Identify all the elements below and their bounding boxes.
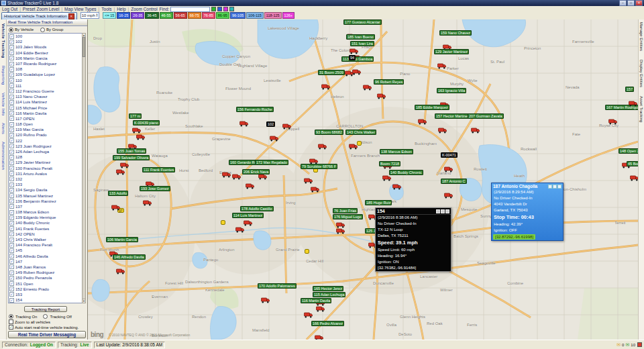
vehicle-checkbox[interactable]: ✓ [9,259,14,264]
vehicle-checkbox[interactable]: ✓ [9,188,14,193]
by-vehicle-radio[interactable] [9,28,13,32]
vehicle-checkbox[interactable]: ✓ [9,56,14,60]
map[interactable]: DropJustinLakewood VillageThe ColonyHack… [88,19,638,340]
popup-title-bar[interactable]: 187 Antonio Chagolla [492,183,563,189]
vehicle-list-item[interactable]: ✓110 [9,78,82,83]
vehicle-list-item[interactable]: ✓146 Alfredo Davila [9,254,82,259]
vehicle-checkbox[interactable]: ✓ [9,248,14,253]
vehicle-list-item[interactable]: ✓118 Open [9,121,82,127]
menu-item-tools[interactable]: Tools [101,7,111,11]
vehicle-checkbox[interactable]: ✓ [9,210,14,215]
vehicle-checkbox[interactable]: ✓ [9,72,14,77]
vehicle-checkbox[interactable]: ✓ [9,232,14,236]
quick-color-green-icon[interactable] [211,7,216,11]
vehicle-checkbox[interactable]: ✓ [9,264,14,269]
vehicle-list-item[interactable]: ✓150 Pedro Penazola [9,275,82,281]
quick-color-teal-icon[interactable] [229,7,234,11]
vehicle-list-item[interactable]: ✓119 Max Garcia [9,127,82,132]
speed-threshold-select[interactable]: 10 mph ▲▼ [80,12,99,19]
zoom-all-checkbox[interactable] [9,319,13,324]
vehicle-list-item[interactable]: ✓129 Javier Martinez [9,160,82,165]
vehicle-checkbox[interactable]: ✓ [9,133,14,138]
vehicle-checkbox[interactable]: ✓ [9,122,14,127]
sidebar-tab-vehicle-tracking[interactable]: Vehicle Tracking [1,23,5,58]
vehicle-checkbox[interactable]: ✓ [9,254,14,258]
vehicle-checkbox[interactable]: ✓ [9,67,14,72]
vehicle-checkbox[interactable]: ✓ [9,150,14,154]
tab-historical-track[interactable]: Historical Vehicle Track Information × [1,12,77,19]
tracking-report-button[interactable]: Tracking Report [24,306,67,312]
vehicle-list-item[interactable]: ✓114 Luis Martinez [9,99,82,105]
vehicle-list-item[interactable]: ✓109 Guadalupe Lopez [9,72,82,77]
close-button[interactable]: × [635,0,643,6]
spinner-arrows-icon[interactable]: ▲▼ [96,13,98,17]
vehicle-checkbox[interactable]: ✓ [9,183,14,187]
vehicle-list-item[interactable]: ✓104 Eddie Benitez [9,50,82,56]
right-strip-link-manage-entities[interactable]: Manage Entities [639,22,643,51]
popup-pin-icon[interactable] [548,185,552,189]
vehicle-list-item[interactable]: ✓130 Francisco Peralt [9,166,82,171]
vehicle-list-item[interactable]: ✓122 [9,138,82,144]
sidebar-tab-administration[interactable]: Administration [1,142,5,170]
vehicle-list-item[interactable]: ✓108 [9,66,82,72]
vehicle-checkbox[interactable]: ✓ [9,100,14,105]
driver-messaging-button[interactable]: Real Time Driver Messaging [8,331,86,338]
vehicle-list-item[interactable]: ✓143 Chris Walker [9,237,82,242]
vehicle-checkbox[interactable]: ✓ [9,221,14,226]
vehicle-list-item[interactable]: ✓116 Martin Davila [9,111,82,116]
quick-color-pink-icon[interactable] [223,7,228,11]
vehicle-list-item[interactable]: ✓144 Francisco Peralt [9,242,82,248]
vehicle-checkbox[interactable]: ✓ [9,40,14,44]
vehicle-list-item[interactable]: ✓102 [9,39,82,44]
vehicle-checkbox[interactable]: ✓ [9,243,14,248]
vehicle-list-scrollbar[interactable]: ▲ ▼ [82,33,86,303]
tracking-on-radio[interactable] [9,314,13,319]
right-strip-link-asset-tracking[interactable]: Asset Tracking [639,96,643,122]
alert-red-icon[interactable] [637,342,642,347]
vehicle-list-item[interactable]: ✓138 Marcus Edson [9,209,82,215]
mail-yellow-icon[interactable]: ✉ [616,342,621,347]
vehicle-checkbox[interactable]: ✓ [9,177,14,181]
vehicle-popup-187[interactable]: 187 Antonio Chagolla (2/9/2016 8:29:54 A… [491,183,564,241]
vehicle-checkbox[interactable]: ✓ [9,138,14,143]
vehicle-list-item[interactable]: ✓100 [9,34,82,39]
menu-item-zoom-control[interactable]: Zoom Control [131,7,157,11]
vehicle-checkbox[interactable]: ✓ [9,298,14,303]
vehicle-checkbox[interactable]: ✓ [9,111,14,115]
vehicle-checkbox[interactable]: ✓ [9,95,14,99]
vehicle-list-item[interactable]: ✓113 Nano Chavez [9,94,82,99]
vehicle-checkbox[interactable]: ✓ [9,83,14,88]
vehicle-list-item[interactable]: ✓106 Martin Garcia [9,56,82,61]
vehicle-list-item[interactable]: ✓140 Buddy Chronic [9,220,82,226]
vehicle-list-item[interactable]: ✓152 Ernesto Prado [9,287,82,292]
vehicle-list-item[interactable]: ✓107 Ricardo Rodriguez [9,61,82,66]
mail-green-icon[interactable]: ✉ [625,342,629,347]
vehicle-checkbox[interactable]: ✓ [9,160,14,165]
popup-pin-icon[interactable] [436,209,440,213]
vehicle-list-item[interactable]: ✓128 [9,154,82,160]
vehicle-checkbox[interactable]: ✓ [9,144,14,148]
popup-close-icon[interactable] [445,209,449,213]
vehicle-checkbox[interactable]: ✓ [9,171,14,176]
vehicle-checkbox[interactable]: ✓ [9,270,14,275]
vehicle-list-item[interactable]: ✓153 [9,292,82,297]
tab-close-icon[interactable]: × [68,13,74,19]
vehicle-list-item[interactable]: ✓145 [9,248,82,253]
vehicle-checkbox[interactable]: ✓ [9,128,14,132]
popup-title-bar[interactable]: 154 [376,208,451,215]
vehicle-checkbox[interactable]: ✓ [9,226,14,231]
vehicle-list-item[interactable]: ✓112 Francisco Guerre [9,89,82,94]
vehicle-list-item[interactable]: ✓141 Frank Fuentes [9,226,82,232]
vehicle-checkbox[interactable]: ✓ [9,193,14,198]
vehicle-checkbox[interactable]: ✓ [9,166,14,170]
vehicle-checkbox[interactable]: ✓ [9,45,14,50]
tracking-off-radio[interactable] [43,314,48,319]
menu-item-log-out[interactable]: Log Out [2,7,17,11]
vehicle-list-item[interactable]: ✓149 Ruben Rodriguez [9,270,82,275]
vehicle-list-item[interactable]: ✓120 Rufino Prado [9,132,82,138]
vehicle-list[interactable]: ✓100✓102✓103 Jalen Woods✓104 Eddie Benit… [8,33,83,303]
right-strip-link-display-entities[interactable]: Display Entities [639,60,643,87]
vehicle-popup-154[interactable]: 154 (2/9/2016 8:38:06 AM)No Driver Check… [375,207,451,272]
incident-icon[interactable] [221,220,225,225]
vehicle-list-item[interactable]: ✓139 Edgardo Henrique [9,215,82,220]
